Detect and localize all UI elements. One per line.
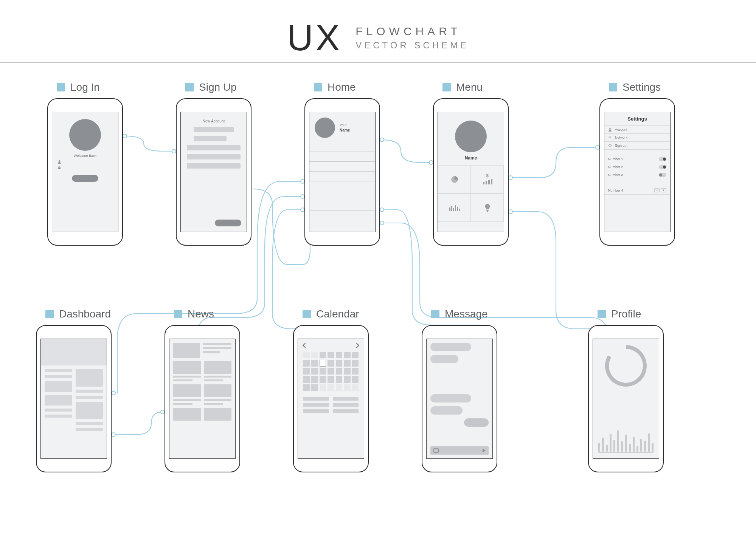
send-icon[interactable] [483, 449, 486, 452]
logo-ux: UX [287, 17, 342, 59]
bullet-icon [431, 310, 439, 318]
username-field[interactable] [57, 160, 113, 164]
list-item[interactable] [309, 191, 375, 201]
menu-tile-ideas[interactable] [471, 193, 504, 222]
menu-tile-analytics[interactable] [438, 165, 471, 193]
card[interactable] [76, 369, 103, 387]
text-line [45, 369, 72, 372]
bullet-icon [598, 310, 606, 318]
bar [652, 443, 654, 452]
signup-field-2[interactable] [187, 145, 241, 150]
settings-link-account[interactable]: Account [604, 125, 670, 134]
text-line [45, 415, 72, 418]
list-item[interactable] [309, 161, 375, 171]
list-item[interactable] [309, 171, 375, 181]
news-item[interactable] [204, 384, 231, 405]
bullet-icon [609, 83, 617, 91]
svg-point-31 [609, 128, 611, 130]
toggle-icon[interactable] [659, 157, 666, 161]
profile-bar-chart [598, 422, 654, 452]
header-subtitle: VECTOR SCHEME [355, 40, 469, 51]
list-item[interactable] [309, 181, 375, 191]
signup-field-1b[interactable] [194, 136, 227, 141]
welcome-text: Welcome Back [52, 154, 118, 158]
dollar-icon: $ [482, 173, 493, 178]
settings-toggle-2[interactable]: Number 2 [604, 163, 670, 171]
signup-field-3[interactable] [187, 154, 241, 159]
svg-rect-27 [457, 207, 458, 211]
message-bubble [430, 394, 471, 402]
card[interactable] [45, 381, 72, 392]
image-icon[interactable] [433, 448, 439, 453]
svg-rect-17 [58, 167, 61, 169]
menu-tile-revenue[interactable]: $ [471, 165, 504, 193]
news-item[interactable] [173, 408, 201, 421]
svg-point-4 [509, 176, 512, 180]
svg-rect-19 [483, 182, 484, 184]
text-line [45, 409, 72, 412]
label-settings: Settings [609, 81, 661, 93]
message-bubble [430, 343, 471, 351]
login-button[interactable] [72, 175, 98, 182]
password-field[interactable] [57, 166, 113, 170]
calendar-grid[interactable] [303, 352, 359, 391]
stepper-control[interactable]: −+ [654, 188, 666, 192]
svg-rect-22 [491, 179, 492, 184]
settings-stepper[interactable]: Number 4 −+ [604, 186, 670, 195]
avatar-icon [69, 119, 101, 151]
svg-rect-24 [451, 206, 452, 211]
card[interactable] [45, 395, 72, 406]
thumbnail[interactable] [173, 343, 200, 358]
message-bubble [430, 406, 463, 415]
screen-settings: Settings Account Network Sign out Number… [604, 112, 671, 232]
svg-rect-21 [488, 180, 490, 184]
list-item[interactable] [309, 142, 375, 152]
user-icon [608, 128, 612, 132]
toggle-icon[interactable] [659, 173, 666, 177]
home-list [309, 142, 375, 211]
chart-baseline [598, 452, 654, 453]
label-message: Message [431, 308, 488, 320]
label-login: Log In [57, 81, 100, 93]
svg-point-9 [301, 208, 304, 212]
list-item[interactable] [309, 152, 375, 161]
news-item[interactable] [173, 361, 201, 381]
svg-point-0 [123, 134, 127, 138]
phone-signup: New Account [176, 98, 251, 246]
bar [613, 440, 615, 452]
settings-link-signout[interactable]: Sign out [604, 142, 670, 150]
svg-point-16 [59, 160, 60, 162]
signup-field-1[interactable] [194, 127, 234, 132]
toggle-icon[interactable] [659, 165, 666, 169]
bar [633, 437, 635, 452]
chevron-left-icon[interactable] [303, 343, 308, 348]
settings-link-network[interactable]: Network [604, 134, 670, 142]
news-item[interactable] [204, 361, 231, 381]
list-item[interactable] [309, 201, 375, 211]
message-input[interactable] [430, 446, 489, 455]
signup-field-4[interactable] [187, 163, 241, 169]
settings-toggle-3[interactable]: Number 3 [604, 171, 670, 179]
user-icon [57, 160, 61, 164]
bar [610, 434, 612, 452]
label-profile: Profile [598, 308, 641, 320]
signup-submit-button[interactable] [215, 220, 241, 226]
svg-point-7 [380, 208, 384, 212]
screen-message [426, 339, 493, 459]
label-dashboard: Dashboard [45, 308, 111, 320]
settings-toggle-1[interactable]: Number 1 [604, 155, 670, 163]
news-item[interactable] [204, 408, 231, 421]
svg-point-13 [112, 433, 115, 436]
screen-signup: New Account [180, 112, 247, 232]
svg-rect-28 [459, 209, 460, 211]
home-name: Name [340, 128, 350, 132]
screen-calendar [298, 339, 364, 459]
bar [621, 441, 623, 452]
chevron-right-icon[interactable] [354, 343, 359, 348]
card[interactable] [76, 402, 103, 419]
phone-login: Welcome Back [47, 98, 123, 246]
news-item[interactable] [173, 384, 201, 405]
menu-tile-stats[interactable] [438, 193, 471, 222]
svg-point-3 [429, 161, 433, 164]
bullet-icon [303, 310, 311, 318]
